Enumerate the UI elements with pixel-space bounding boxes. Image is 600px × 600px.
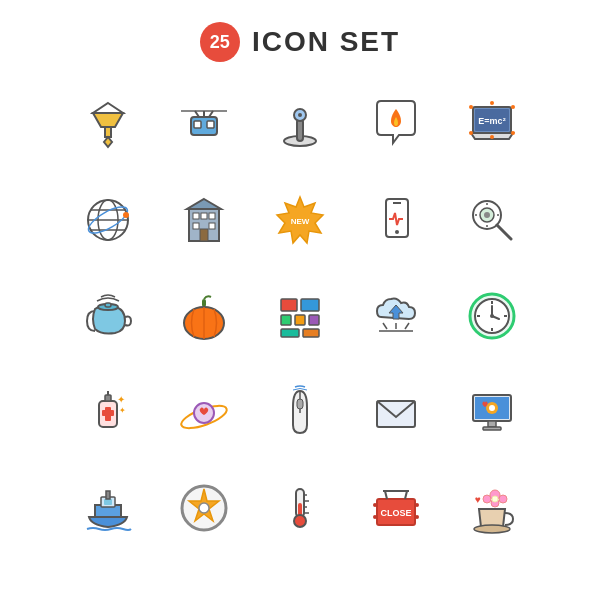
icon-grid: E=mc²: [44, 80, 556, 552]
svg-rect-87: [297, 399, 303, 409]
svg-rect-53: [105, 303, 111, 307]
svg-point-42: [395, 230, 399, 234]
svg-point-76: [490, 314, 494, 318]
svg-point-21: [511, 131, 515, 135]
monitor-icon: [448, 368, 536, 456]
svg-rect-62: [303, 329, 319, 337]
svg-line-110: [385, 491, 387, 499]
svg-point-117: [415, 515, 419, 519]
svg-rect-36: [193, 223, 199, 229]
svg-rect-37: [209, 223, 215, 229]
svg-point-116: [415, 503, 419, 507]
tea-flower-icon: ♥: [448, 464, 536, 552]
svg-rect-35: [209, 213, 215, 219]
svg-point-114: [373, 503, 377, 507]
cloud-ship-icon: [352, 272, 440, 360]
virus-search-icon: [448, 176, 536, 264]
svg-point-18: [469, 105, 473, 109]
svg-point-118: [474, 525, 510, 533]
svg-point-22: [490, 101, 494, 105]
mail-icon: [352, 368, 440, 456]
pumpkin-icon: [160, 272, 248, 360]
fire-chat-icon: [352, 80, 440, 168]
svg-point-115: [373, 515, 377, 519]
svg-rect-61: [281, 329, 299, 337]
svg-text:✦: ✦: [119, 406, 126, 415]
svg-text:♥: ♥: [475, 494, 481, 505]
svg-rect-79: [102, 410, 114, 416]
svg-point-19: [511, 105, 515, 109]
ship-icon: [64, 464, 152, 552]
svg-rect-56: [281, 299, 297, 311]
svg-rect-58: [281, 315, 291, 325]
svg-marker-3: [104, 137, 112, 147]
svg-point-104: [294, 515, 306, 527]
svg-rect-59: [295, 315, 305, 325]
svg-rect-12: [297, 119, 303, 141]
svg-point-51: [484, 212, 490, 218]
svg-marker-32: [187, 199, 221, 209]
grid-layout-icon: [256, 272, 344, 360]
close-sign-icon: CLOSE: [352, 464, 440, 552]
svg-rect-93: [488, 421, 496, 427]
svg-text:NEW: NEW: [291, 217, 310, 226]
sheriff-badge-icon: [160, 464, 248, 552]
svg-point-101: [199, 503, 209, 513]
svg-marker-1: [93, 113, 123, 127]
count-badge: 25: [200, 22, 240, 62]
svg-rect-80: [105, 395, 111, 401]
emc2-icon: E=mc²: [448, 80, 536, 168]
svg-text:CLOSE: CLOSE: [380, 508, 411, 518]
svg-line-64: [383, 323, 387, 329]
new-badge-icon: NEW: [256, 176, 344, 264]
svg-text:✦: ✦: [117, 394, 125, 405]
svg-rect-54: [202, 299, 206, 307]
blood-bag-icon: ✦ ✦: [64, 368, 152, 456]
svg-line-45: [497, 225, 511, 239]
joystick-icon: [256, 80, 344, 168]
clock-icon: [448, 272, 536, 360]
svg-point-20: [469, 131, 473, 135]
svg-rect-60: [309, 315, 319, 325]
svg-point-14: [298, 113, 302, 117]
svg-rect-57: [301, 299, 319, 311]
svg-marker-0: [93, 103, 123, 113]
page-title: Icon set: [252, 26, 400, 58]
svg-rect-38: [200, 229, 208, 241]
globe-icon: [64, 176, 152, 264]
svg-line-66: [405, 323, 409, 329]
svg-point-23: [490, 135, 494, 139]
building-icon: [160, 176, 248, 264]
svg-point-121: [499, 495, 507, 503]
kettle-icon: [64, 272, 152, 360]
cable-car-icon: [160, 80, 248, 168]
mouse-icon: [256, 368, 344, 456]
svg-rect-8: [207, 121, 214, 128]
svg-rect-7: [194, 121, 201, 128]
thermometer-icon: [256, 464, 344, 552]
page-header: 25 Icon set: [200, 22, 400, 62]
svg-point-123: [492, 496, 498, 502]
svg-rect-94: [483, 427, 501, 430]
svg-rect-34: [201, 213, 207, 219]
svg-text:E=mc²: E=mc²: [478, 116, 505, 126]
svg-line-111: [405, 491, 407, 499]
svg-point-30: [123, 212, 129, 218]
svg-rect-98: [106, 491, 110, 499]
svg-rect-97: [104, 499, 112, 505]
love-planet-icon: [160, 368, 248, 456]
svg-point-92: [489, 405, 495, 411]
funnel-icon: [64, 80, 152, 168]
svg-rect-33: [193, 213, 199, 219]
mobile-health-icon: [352, 176, 440, 264]
